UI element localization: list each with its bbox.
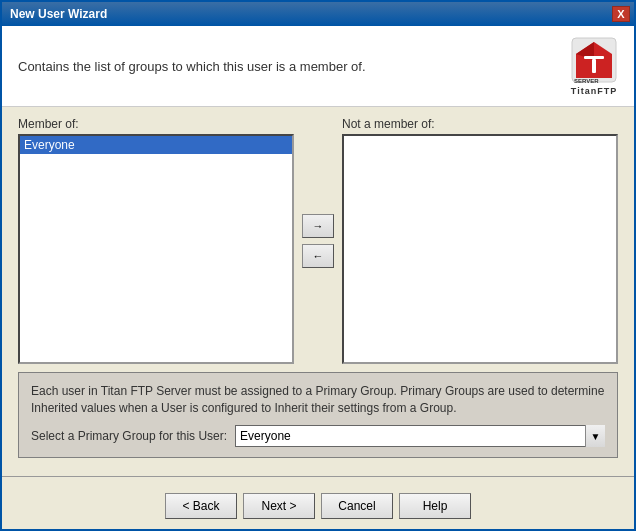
next-button[interactable]: Next > (243, 493, 315, 519)
not-member-of-label: Not a member of: (342, 117, 618, 131)
titanftp-logo: SERVER (570, 36, 618, 84)
content-area: Member of: Everyone → ← Not a member of: (2, 107, 634, 476)
bottom-buttons: < Back Next > Cancel Help (2, 485, 634, 529)
primary-group-select-wrapper: Everyone ▼ (235, 425, 605, 447)
move-right-button[interactable]: → (302, 214, 334, 238)
primary-group-row: Select a Primary Group for this User: Ev… (31, 425, 605, 447)
wizard-window: New User Wizard X Contains the list of g… (0, 0, 636, 531)
back-button[interactable]: < Back (165, 493, 237, 519)
divider (2, 476, 634, 477)
arrow-left-icon: ← (313, 250, 324, 262)
not-member-of-listbox[interactable] (342, 134, 618, 364)
member-of-label: Member of: (18, 117, 294, 131)
window-title: New User Wizard (10, 7, 107, 21)
header-area: Contains the list of groups to which thi… (2, 26, 634, 107)
svg-rect-3 (584, 56, 604, 59)
title-bar: New User Wizard X (2, 2, 634, 26)
arrow-right-icon: → (313, 220, 324, 232)
groups-section: Member of: Everyone → ← Not a member of: (18, 117, 618, 364)
member-of-listbox[interactable]: Everyone (18, 134, 294, 364)
help-button[interactable]: Help (399, 493, 471, 519)
header-description: Contains the list of groups to which thi… (18, 59, 366, 74)
arrows-panel: → ← (294, 117, 342, 364)
primary-group-info: Each user in Titan FTP Server must be as… (31, 383, 605, 417)
member-of-item-everyone[interactable]: Everyone (20, 136, 292, 154)
logo-label: TitanFTP (571, 86, 617, 96)
member-of-panel: Member of: Everyone (18, 117, 294, 364)
primary-group-select[interactable]: Everyone (235, 425, 605, 447)
close-button[interactable]: X (612, 6, 630, 22)
svg-text:SERVER: SERVER (574, 78, 599, 84)
move-left-button[interactable]: ← (302, 244, 334, 268)
svg-rect-4 (592, 59, 596, 73)
cancel-button[interactable]: Cancel (321, 493, 393, 519)
primary-group-section: Each user in Titan FTP Server must be as… (18, 372, 618, 458)
not-member-of-panel: Not a member of: (342, 117, 618, 364)
logo-area: SERVER TitanFTP (570, 36, 618, 96)
primary-group-select-label: Select a Primary Group for this User: (31, 429, 227, 443)
